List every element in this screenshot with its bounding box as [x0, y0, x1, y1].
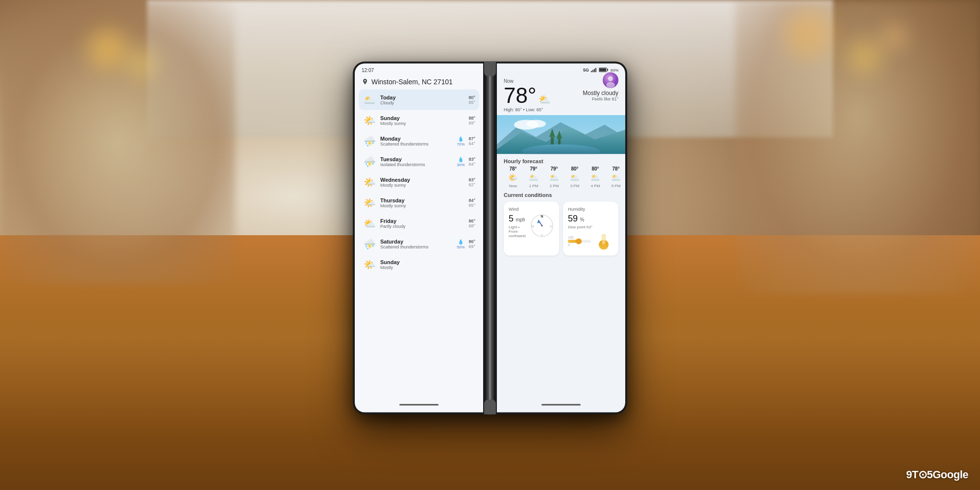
location-text: Winston-Salem, NC 27101	[371, 78, 453, 86]
weather-precip: 💧30%	[457, 156, 465, 167]
weather-row-info: SundayMostly	[380, 259, 475, 270]
hourly-icon: 🌥️	[549, 173, 559, 182]
svg-rect-3	[595, 68, 596, 73]
current-weather-icon: ⛅	[539, 94, 551, 105]
weather-row-icon: ⛈️	[363, 155, 376, 169]
wind-compass: N E S W	[530, 214, 554, 238]
compass-svg: N E S W	[530, 214, 554, 238]
svg-point-9	[606, 82, 615, 88]
humidity-track	[568, 240, 591, 243]
weather-precip: 💧70%	[457, 136, 465, 146]
weather-day: Sunday	[380, 115, 465, 121]
hourly-temp: 79°	[530, 166, 537, 172]
hourly-item: 79°🌥️1 PM	[524, 166, 543, 188]
right-nav-line	[541, 404, 581, 406]
weather-row-info: SaturdayScattered thunderstorms	[380, 239, 453, 249]
weather-row-icon: ⛈️	[363, 237, 376, 251]
weather-desc: Mostly	[380, 265, 475, 270]
wind-speed: 5	[509, 214, 514, 223]
hinge-bottom	[484, 400, 496, 415]
weather-list-item[interactable]: ⛈️MondayScattered thunderstorms💧70%87°64…	[359, 131, 479, 151]
svg-point-15	[526, 120, 546, 128]
humidity-gauge-area: 100 0	[568, 231, 613, 251]
weather-row-icon: 🌤️	[363, 114, 376, 127]
feels-like-label: Feels like 81°	[583, 97, 618, 101]
weather-day: Today	[380, 95, 465, 100]
temp-high: 88°	[468, 116, 475, 121]
weather-row-info: TodayCloudy	[380, 95, 465, 105]
humidity-value: 59	[568, 214, 578, 223]
battery-icon	[599, 68, 609, 73]
hourly-temp: 78°	[509, 166, 516, 172]
hourly-item: 80°🌥️4 PM	[586, 166, 605, 188]
weather-row-info: ThursdayMostly sunny	[380, 197, 465, 208]
avatar-image	[603, 73, 618, 88]
hourly-time: 1 PM	[529, 184, 539, 188]
weather-list-item[interactable]: 🌤️SundayMostly	[359, 254, 479, 275]
phone-hinge	[486, 62, 494, 415]
weather-row-icon: 🌤️	[363, 258, 376, 271]
temp-low: 69°	[468, 121, 475, 125]
humidity-display: 59 %	[568, 214, 613, 224]
weather-row-info: TuesdayIsolated thunderstorms	[380, 156, 453, 167]
hourly-item: 78°🌥️5 PM	[607, 166, 625, 188]
weather-temps: 86°68°	[468, 219, 475, 228]
humidity-bar-area: 100 0	[568, 236, 591, 246]
hourly-item: 79°🌥️2 PM	[545, 166, 564, 188]
temp-low: 69°	[468, 244, 475, 249]
hourly-time: 2 PM	[550, 184, 559, 188]
weather-day: Thursday	[380, 197, 465, 203]
weather-list-item[interactable]: 🌤️WednesdayMostly sunny83°62°	[359, 172, 479, 193]
temp-high: 86°	[468, 239, 475, 244]
weather-day: Friday	[380, 218, 465, 224]
landscape-image	[497, 115, 625, 154]
location-row[interactable]: Winston-Salem, NC 27101	[355, 75, 483, 90]
humidity-gauge-svg	[594, 231, 613, 251]
humidity-min-label: 0	[568, 243, 570, 246]
bokeh-light	[88, 29, 127, 69]
hinge-top	[484, 62, 496, 76]
weather-row-info: SundayMostly sunny	[380, 115, 465, 126]
weather-temps: 83°64°	[468, 157, 475, 167]
weather-row-icon: 🌤️	[363, 175, 376, 189]
weather-list: 🌥️TodayCloudy80°65°🌤️SundayMostly sunny8…	[355, 90, 483, 275]
svg-rect-1	[592, 70, 593, 73]
wind-unit: mph	[515, 217, 525, 222]
hourly-section-title: Hourly forecast	[497, 154, 625, 166]
high-low-label: High: 80° • Low: 65°	[504, 107, 618, 112]
phone-device: 12:07 Winston-Salem, NC 27101 🌥️TodayClo…	[353, 62, 627, 415]
temp-high: 83°	[468, 157, 475, 162]
hourly-item: 78°🌤️Now	[504, 166, 522, 188]
weather-day: Tuesday	[380, 156, 453, 162]
weather-day: Wednesday	[380, 177, 465, 183]
weather-row-icon: 🌥️	[363, 93, 376, 107]
weather-list-item[interactable]: 🌥️TodayCloudy80°65°	[359, 90, 479, 110]
weather-list-item[interactable]: ⛅FridayPartly cloudy86°68°	[359, 213, 479, 234]
wind-desc: Light • From northwest	[509, 225, 526, 238]
svg-point-8	[608, 76, 613, 81]
temp-high: 87°	[468, 136, 475, 141]
site-watermark: 9T⊙5Google	[906, 468, 968, 481]
signal-icon	[591, 68, 597, 73]
user-avatar[interactable]	[603, 73, 618, 88]
svg-rect-2	[594, 69, 595, 73]
weather-list-item[interactable]: ⛈️TuesdayIsolated thunderstorms💧30%83°64…	[359, 151, 479, 172]
current-temperature: 78°	[504, 83, 537, 107]
weather-temps: 86°69°	[468, 239, 475, 249]
weather-list-item[interactable]: 🌤️ThursdayMostly sunny84°65°	[359, 193, 479, 213]
weather-temps: 87°64°	[468, 136, 475, 146]
temp-low: 65°	[468, 203, 475, 208]
weather-list-item[interactable]: ⛈️SaturdayScattered thunderstorms💧50%86°…	[359, 234, 479, 254]
svg-text:S: S	[541, 234, 543, 237]
left-nav-line	[399, 404, 439, 406]
5g-indicator: 5G	[583, 68, 589, 73]
weather-row-icon: ⛅	[363, 217, 376, 230]
left-panel: 12:07 Winston-Salem, NC 27101 🌥️TodayClo…	[355, 64, 483, 413]
temp-low: 68°	[468, 223, 475, 228]
weather-day: Sunday	[380, 259, 475, 265]
weather-desc: Mostly sunny	[380, 203, 465, 208]
svg-rect-0	[591, 71, 592, 73]
wind-values: 5 mph Light • From northwest	[509, 214, 526, 238]
weather-list-item[interactable]: 🌤️SundayMostly sunny88°69°	[359, 110, 479, 131]
weather-day: Monday	[380, 136, 453, 142]
